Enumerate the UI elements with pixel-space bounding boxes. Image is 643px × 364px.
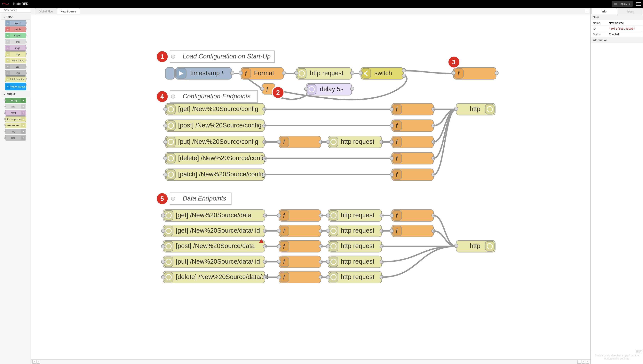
node-port [4,118,6,120]
palette-node[interactable]: ●tcp [5,129,26,134]
function-node[interactable]: f [390,210,435,221]
svg-rect-18 [282,71,286,75]
function-node[interactable]: f [390,136,435,148]
palette-category-input[interactable]: ⌄ input [1,14,30,20]
zoom-reset-button[interactable]: ○ [581,360,585,364]
svg-text:[post] /New%20Source/data: [post] /New%20Source/data [176,242,255,250]
palette-node[interactable]: ●httpInMultipart [5,76,26,82]
function-node[interactable]: f [452,68,498,79]
palette-node[interactable]: ●udp [5,135,26,140]
svg-rect-56 [163,107,167,111]
svg-rect-24 [350,71,354,75]
palette-node[interactable]: ●http response [5,116,26,122]
http-in-node[interactable]: [put] /New%20Source/config [163,136,266,148]
palette-node[interactable]: ●Twitter Stream [5,82,26,90]
palette-node[interactable]: ●debug [5,98,26,103]
palette-node-label: inject [10,22,25,24]
palette-node[interactable]: ●udp [5,70,26,76]
info-section-information: Information [590,38,643,43]
tips-panel: ▣ ✕ Enable or disable these tips from th… [590,350,643,364]
svg-rect-161 [329,226,338,236]
svg-rect-108 [166,170,175,180]
palette-node[interactable]: ●link [5,104,26,109]
http-request-node[interactable]: http request [326,271,383,283]
delay-node[interactable]: delay 5s [304,84,354,95]
palette-filter[interactable]: ⌕ [0,8,31,13]
node-port [26,72,27,74]
function-node[interactable]: f [390,152,435,164]
function-node[interactable]: f [390,225,435,237]
http-request-node[interactable]: http request [326,240,383,252]
http-in-node[interactable]: [delete] /New%20Source/data/:id [161,271,268,283]
http-request-node[interactable]: http request [326,225,383,237]
svg-rect-67 [163,124,167,128]
svg-rect-17 [239,71,243,75]
http-in-node[interactable]: [get] /New%20Source/config [163,103,266,115]
function-node[interactable]: f [277,240,323,252]
main-menu-button[interactable] [636,2,641,6]
http-in-node[interactable]: [post] /New%20Source/config [163,120,266,132]
nav-toggle-button[interactable]: « [32,360,36,364]
svg-text:timestamp ¹: timestamp ¹ [190,69,224,76]
http-in-node[interactable]: [post] /New%20Source/data [161,240,267,252]
palette-node[interactable]: ●http [5,52,26,57]
http-request-node[interactable]: http request [294,68,354,79]
sidebar-tab-debug[interactable]: debug [618,8,643,14]
palette-node[interactable]: ●status [5,33,26,38]
tips-pin-icon[interactable]: ▣ [636,350,639,353]
http-in-node[interactable]: [put] /New%20Source/data/:id [161,256,267,268]
function-node[interactable]: f [390,120,435,132]
http-in-node[interactable]: [get] /New%20Source/data [161,210,267,221]
palette-node[interactable]: ●websocket [5,58,26,63]
node-type-icon: ● [21,104,25,109]
function-node[interactable]: f [277,225,323,237]
palette-node[interactable]: ●websocket [5,122,26,128]
http-response-node[interactable]: http [454,240,495,252]
http-in-node[interactable]: [patch] /New%20Source/config [163,169,266,181]
http-in-node[interactable]: [get] /New%20Source/data/:id [161,225,267,237]
http-response-node[interactable]: http [454,103,495,115]
flow-tab[interactable]: Global Flow [35,8,57,14]
svg-rect-20 [297,68,306,78]
zoom-out-button[interactable]: − [577,360,581,364]
palette-node[interactable]: ●inject [5,20,26,26]
comment-node[interactable]: Data Endpoints [170,193,231,204]
node-type-icon: ● [6,84,10,89]
http-in-node[interactable]: [delete] /New%20Source/config [163,152,267,164]
svg-text:http request: http request [341,242,374,250]
svg-rect-61 [390,107,393,111]
node-type-icon: ● [6,64,10,69]
function-node[interactable]: f [390,169,435,181]
palette-node[interactable]: ●tcp [5,64,26,69]
comment-node[interactable]: Configuration Endpoints [170,90,258,102]
palette-node[interactable]: ●mqtt [5,110,26,116]
add-tab-button[interactable]: + [585,9,589,13]
flow-canvas[interactable]: Load Configuration on Start-Up 1 [31,14,590,359]
nav-toggle-button[interactable]: » [37,360,40,364]
palette-node[interactable]: ●catch [5,26,26,32]
function-node[interactable]: f [277,136,323,148]
palette-node[interactable]: ●mqtt [5,45,26,51]
palette-node[interactable]: ●link [5,39,26,44]
http-request-node[interactable]: http request [326,136,383,148]
svg-rect-164 [326,229,330,233]
switch-node[interactable]: switch [359,68,406,79]
flow-tab[interactable]: New Source [57,8,80,14]
deploy-button[interactable]: Deploy ▼ [612,1,633,7]
function-node[interactable]: f [277,271,323,283]
comment-node[interactable]: Load Configuration on Start-Up [170,51,275,62]
svg-rect-203 [326,260,330,264]
function-node[interactable]: f [390,103,435,115]
function-node[interactable]: f [277,210,323,221]
sidebar-tab-info[interactable]: info [591,8,617,14]
tips-close-icon[interactable]: ✕ [639,350,642,353]
zoom-in-button[interactable]: + [586,360,589,364]
http-request-node[interactable]: http request [326,210,383,221]
http-request-node[interactable]: http request [326,256,383,268]
function-node[interactable]: f Format [239,68,286,79]
function-node[interactable]: f [277,256,323,268]
svg-rect-206 [164,272,173,282]
node-port [26,84,27,86]
palette-category-output[interactable]: ⌄ output [1,91,30,97]
inject-node[interactable]: timestamp ¹ [165,68,234,79]
